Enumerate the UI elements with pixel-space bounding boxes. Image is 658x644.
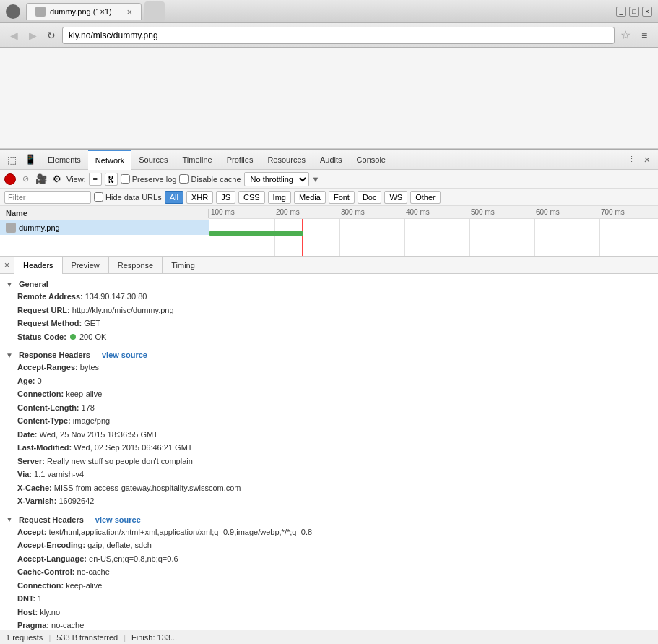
device-mode-icon[interactable]: 📱 <box>22 151 39 168</box>
inspect-element-icon[interactable]: ⬚ <box>3 151 20 168</box>
ruler-label-200: 200 ms <box>276 208 300 216</box>
tab-console[interactable]: Console <box>350 150 393 170</box>
waterfall-divider-3 <box>404 219 405 256</box>
headers-content: ▼ General Remote Address: 134.90.147.30:… <box>0 274 658 630</box>
close-window-button[interactable]: × <box>642 7 652 17</box>
filter-js-button[interactable]: JS <box>216 191 235 204</box>
ruler-label-300: 300 ms <box>341 208 365 216</box>
status-code-val: 200 OK <box>79 332 106 341</box>
timeline-area: Name dummy.png 100 ms 200 ms 300 ms 400 … <box>0 206 658 257</box>
tab-close-button[interactable]: × <box>126 7 132 17</box>
waterfall-divider-2 <box>339 219 340 256</box>
filter-media-button[interactable]: Media <box>294 191 326 204</box>
filter-other-button[interactable]: Other <box>410 191 441 204</box>
request-headers-title: Request Headers <box>19 515 84 524</box>
request-url-row: Request URL: http://kly.no/misc/dummy.pn… <box>6 304 652 317</box>
detail-tab-headers[interactable]: Headers <box>14 257 63 274</box>
hide-data-urls-checkbox[interactable] <box>94 192 103 202</box>
devtools-more-icon[interactable]: ⋮ <box>623 152 639 168</box>
response-headers-section-header: ▼ Response Headers view source <box>6 348 652 361</box>
forward-button[interactable]: ▶ <box>25 27 40 43</box>
timeline-ruler: 100 ms 200 ms 300 ms 400 ms 500 ms 600 m… <box>209 206 658 219</box>
request-headers-toggle-icon[interactable]: ▼ <box>6 515 13 523</box>
address-bar[interactable] <box>62 27 615 44</box>
status-sep-2: | <box>124 633 126 642</box>
filter-all-button[interactable]: All <box>165 191 183 204</box>
detail-tab-timing[interactable]: Timing <box>163 257 204 274</box>
reload-button[interactable]: ↻ <box>43 27 59 43</box>
detail-tab-preview[interactable]: Preview <box>63 257 109 274</box>
filter-input[interactable] <box>4 191 91 204</box>
remote-address-key: Remote Address: <box>17 292 85 301</box>
back-button[interactable]: ◀ <box>6 27 22 43</box>
waterfall-bars <box>209 219 658 256</box>
preserve-log-checkbox[interactable] <box>121 174 130 184</box>
detail-tab-response[interactable]: Response <box>109 257 163 274</box>
bookmark-star-icon[interactable]: ☆ <box>618 27 633 43</box>
ruler-label-600: 600 ms <box>536 208 560 216</box>
filter-font-button[interactable]: Font <box>329 191 355 204</box>
requests-count: 1 requests <box>6 633 43 642</box>
request-headers-view-source-link[interactable]: view source <box>95 515 141 524</box>
response-headers-toggle-icon[interactable]: ▼ <box>6 351 13 359</box>
browser-tab[interactable]: dummy.png (1×1) × <box>26 3 142 20</box>
devtools-close-icon[interactable]: × <box>639 152 655 168</box>
tab-timeline[interactable]: Timeline <box>176 150 220 170</box>
last-modified-row: Last-Modified: Wed, 02 Sep 2015 06:46:21… <box>6 441 652 455</box>
browser-menu-icon[interactable]: ≡ <box>636 27 652 43</box>
accept-language-row: Accept-Language: en-US,en;q=0.8,nb;q=0.6 <box>6 552 652 566</box>
minimize-button[interactable]: _ <box>616 7 626 17</box>
filter-ws-button[interactable]: WS <box>384 191 407 204</box>
x-varnish-row: X-Varnish: 16092642 <box>6 494 652 508</box>
tab-elements[interactable]: Elements <box>40 150 88 170</box>
file-type-icon <box>6 223 16 233</box>
finish-time: Finish: 133... <box>131 633 177 642</box>
network-toolbar: ⊘ 🎥 ⚙ View: ≡ ⛕ Preserve log Disable cac… <box>0 170 658 189</box>
capture-screenshots-button[interactable]: 🎥 <box>35 173 48 186</box>
host-row: Host: kly.no <box>6 606 652 619</box>
file-list-header-area: Name dummy.png <box>0 206 209 256</box>
new-tab-button[interactable] <box>144 1 165 22</box>
filter-img-button[interactable]: Img <box>268 191 291 204</box>
filter-doc-button[interactable]: Doc <box>358 191 382 204</box>
throttle-select[interactable]: No throttling <box>244 172 309 186</box>
request-method-row: Request Method: GET <box>6 317 652 330</box>
general-section-header: ▼ General <box>6 277 652 290</box>
clear-button[interactable]: ⊘ <box>19 173 32 186</box>
preserve-log-label[interactable]: Preserve log <box>121 174 177 184</box>
tab-network[interactable]: Network <box>88 150 131 170</box>
via-row: Via: 1.1 varnish-v4 <box>6 468 652 481</box>
filter-xhr-button[interactable]: XHR <box>186 191 213 204</box>
file-list-header: Name <box>0 206 209 220</box>
detail-panel: × Headers Preview Response Timing ▼ Gene… <box>0 257 658 630</box>
waterfall-divider-5 <box>534 219 535 256</box>
response-headers-view-source-link[interactable]: view source <box>102 351 147 359</box>
view-list-icon[interactable]: ≡ <box>89 173 102 186</box>
accept-row: Accept: text/html,application/xhtml+xml,… <box>6 525 652 539</box>
view-tree-icon[interactable]: ⛕ <box>105 173 118 186</box>
record-button[interactable] <box>4 173 16 185</box>
tab-sources[interactable]: Sources <box>131 150 175 170</box>
waterfall-green-bar <box>209 231 303 236</box>
browser-icon <box>6 4 20 19</box>
filter-css-button[interactable]: CSS <box>238 191 265 204</box>
name-column-header: Name <box>0 209 209 218</box>
connection-row: Connection: keep-alive <box>6 387 652 401</box>
filter-toggle-button[interactable]: ⚙ <box>51 173 64 186</box>
maximize-button[interactable]: □ <box>629 7 639 17</box>
hide-data-urls-label[interactable]: Hide data URLs <box>94 192 162 202</box>
disable-cache-label[interactable]: Disable cache <box>179 174 241 184</box>
connection-req-row: Connection: keep-alive <box>6 579 652 593</box>
general-section-title: General <box>19 280 48 288</box>
dom-content-loaded-line <box>302 219 303 256</box>
tab-profiles[interactable]: Profiles <box>220 150 261 170</box>
main-split-area: × Headers Preview Response Timing ▼ Gene… <box>0 257 658 630</box>
list-item[interactable]: dummy.png <box>0 220 209 235</box>
tab-resources[interactable]: Resources <box>260 150 313 170</box>
tab-audits[interactable]: Audits <box>313 150 350 170</box>
general-toggle-icon[interactable]: ▼ <box>6 280 13 288</box>
disable-cache-checkbox[interactable] <box>179 174 189 184</box>
detail-close-icon[interactable]: × <box>0 258 14 272</box>
request-url-val: http://kly.no/misc/dummy.png <box>72 306 174 314</box>
ruler-label-500: 500 ms <box>471 208 495 216</box>
